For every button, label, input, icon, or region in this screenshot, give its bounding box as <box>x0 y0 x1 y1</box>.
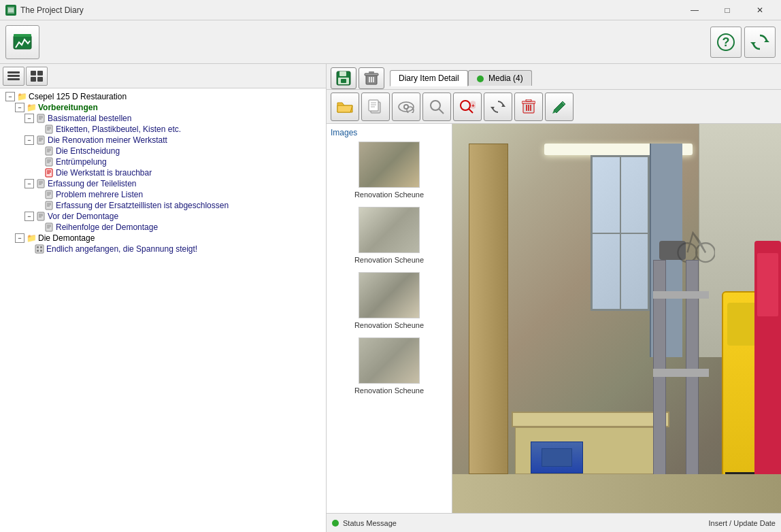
svg-rect-16 <box>37 77 43 82</box>
tree-item-root[interactable]: − 📁 Csepel 125 D Restauration <box>3 91 323 102</box>
tree-item-erfassung[interactable]: − Erfassung der Teilelisten <box>3 178 323 189</box>
tree-expand-root[interactable]: − <box>5 92 15 101</box>
svg-point-86 <box>431 101 440 110</box>
tree-label-erfassung: Erfassung der Teilelisten <box>48 179 137 188</box>
svg-rect-21 <box>46 125 52 133</box>
doc-icon-ersatzteillisten <box>44 201 54 210</box>
image-item-2[interactable]: Renovation Scheune <box>331 207 448 264</box>
tree-item-basismaterial[interactable]: − Basismaterial bestellen <box>3 113 323 124</box>
shelf-left <box>469 144 508 474</box>
svg-rect-53 <box>37 212 44 220</box>
tree-item-entruempelung[interactable]: Entrümpelung <box>3 156 323 167</box>
svg-rect-15 <box>31 77 36 82</box>
doc-icon-werkstatt <box>44 168 54 178</box>
svg-rect-96 <box>526 99 531 101</box>
doc-icon-reihenfolge <box>44 222 54 232</box>
image-item-1[interactable]: Renovation Scheune <box>331 142 448 199</box>
rotate-button[interactable] <box>484 93 512 121</box>
titlebar: The Project Diary — □ ✕ <box>0 0 781 20</box>
tree-item-endlich[interactable]: Endlich angefangen, die Spannung steigt! <box>3 244 323 254</box>
image-caption-4: Renovation Scheune <box>331 386 448 395</box>
close-button[interactable]: ✕ <box>744 0 776 20</box>
edit-button[interactable] <box>545 93 574 121</box>
svg-rect-77 <box>369 100 378 111</box>
left-panel: − 📁 Csepel 125 D Restauration − 📁 Vorber… <box>0 64 327 532</box>
app-title: The Project Diary <box>20 5 679 15</box>
svg-rect-49 <box>46 201 52 210</box>
tree-item-vorbereitungen[interactable]: − 📁 Vorbereitungen <box>3 102 323 113</box>
images-header: Images <box>331 128 448 137</box>
maximize-button[interactable]: □ <box>712 0 743 20</box>
view-toggle-bar <box>0 64 326 88</box>
image-thumb-2 <box>359 207 420 253</box>
svg-rect-12 <box>7 78 20 80</box>
tree-item-etiketten[interactable]: Etiketten, Plastikbeutel, Kisten etc. <box>3 124 323 135</box>
tab-diary-detail[interactable]: Diary Item Detail <box>390 70 468 86</box>
doc-icon-erfassung <box>35 179 46 188</box>
image-caption-2: Renovation Scheune <box>331 256 448 264</box>
tree-expand-basismaterial[interactable]: − <box>24 114 34 123</box>
tree-item-vor-demontage[interactable]: − Vor der Demontage <box>3 211 323 222</box>
delete-entry-button[interactable] <box>359 67 384 89</box>
tree-label-etiketten: Etiketten, Plastikbeutel, Kisten etc. <box>56 124 181 134</box>
svg-rect-37 <box>46 169 52 177</box>
svg-rect-67 <box>339 71 346 76</box>
tree-label-demontage: Die Demontage <box>38 233 95 243</box>
copy-button[interactable] <box>361 93 390 121</box>
tree-item-ersatzteillisten[interactable]: Erfassung der Ersatzteillisten ist abges… <box>3 200 323 211</box>
image-item-4[interactable]: Renovation Scheune <box>331 337 448 395</box>
shelf-h-2 <box>653 291 709 299</box>
tree-label-problem: Problem mehrere Listen <box>56 190 143 199</box>
media-action-toolbar: + <box>327 90 781 124</box>
view-button[interactable] <box>392 93 420 121</box>
folder-icon-root: 📁 <box>16 92 27 101</box>
save-button[interactable] <box>331 67 356 89</box>
main-toolbar: ? <box>0 20 781 64</box>
svg-rect-61 <box>35 245 44 253</box>
image-item-3[interactable]: Renovation Scheune <box>331 272 448 329</box>
svg-point-83 <box>405 105 408 108</box>
status-message: Status Message <box>343 519 397 527</box>
main-action-button[interactable] <box>5 25 39 59</box>
svg-marker-93 <box>491 107 495 110</box>
red-object <box>754 241 781 494</box>
doc-icon-vor-demontage <box>35 212 46 221</box>
doc-icon-renovation <box>35 135 46 145</box>
tab-media[interactable]: Media (4) <box>468 70 532 86</box>
tree-expand-erfassung[interactable]: − <box>24 179 34 188</box>
work-table-top <box>512 412 669 427</box>
open-folder-button[interactable] <box>331 93 359 121</box>
svg-rect-14 <box>37 71 43 76</box>
tree-label-vor-demontage: Vor der Demontage <box>48 212 118 221</box>
doc-icon-endlich <box>34 244 45 254</box>
tree-item-demontage[interactable]: − 📁 Die Demontage <box>3 233 323 244</box>
tree-item-reihenfolge[interactable]: Reihenfolge der Demontage <box>3 222 323 233</box>
image-caption-3: Renovation Scheune <box>331 321 448 329</box>
tree-label-ersatzteillisten: Erfassung der Ersatzteillisten ist abges… <box>56 201 229 210</box>
delete-media-button[interactable] <box>514 93 543 121</box>
floor <box>452 474 781 513</box>
image-list-panel: Images Renovation Scheune Renovation Sch… <box>327 124 452 513</box>
tree-expand-renovation[interactable]: − <box>24 135 34 145</box>
right-panel: Diary Item Detail Media (4) <box>327 64 781 532</box>
tree-expand-vorbereitungen[interactable]: − <box>15 103 24 112</box>
svg-rect-11 <box>7 75 20 77</box>
tree-item-entscheidung[interactable]: Die Entscheidung <box>3 146 323 156</box>
refresh-button[interactable] <box>744 27 776 58</box>
tree-item-problem[interactable]: Problem mehrere Listen <box>3 189 323 200</box>
tree-expand-demontage[interactable]: − <box>15 233 24 243</box>
svg-rect-62 <box>37 246 39 248</box>
help-button[interactable]: ? <box>710 27 742 58</box>
list-view-button[interactable] <box>3 67 24 86</box>
search-red-button[interactable]: + <box>453 93 482 121</box>
svg-marker-9 <box>750 42 756 45</box>
grid-view-button[interactable] <box>26 67 48 86</box>
svg-rect-65 <box>40 250 42 252</box>
tree-expand-vor-demontage[interactable]: − <box>24 212 34 221</box>
tree-item-werkstatt[interactable]: Die Werkstatt is brauchbar <box>3 167 323 178</box>
tree-item-renovation[interactable]: − Die Renovation meiner Werkstatt <box>3 135 323 146</box>
minimize-button[interactable]: — <box>679 0 710 20</box>
svg-rect-13 <box>31 71 36 76</box>
search-button[interactable] <box>422 93 451 121</box>
main-layout: − 📁 Csepel 125 D Restauration − 📁 Vorber… <box>0 64 781 532</box>
